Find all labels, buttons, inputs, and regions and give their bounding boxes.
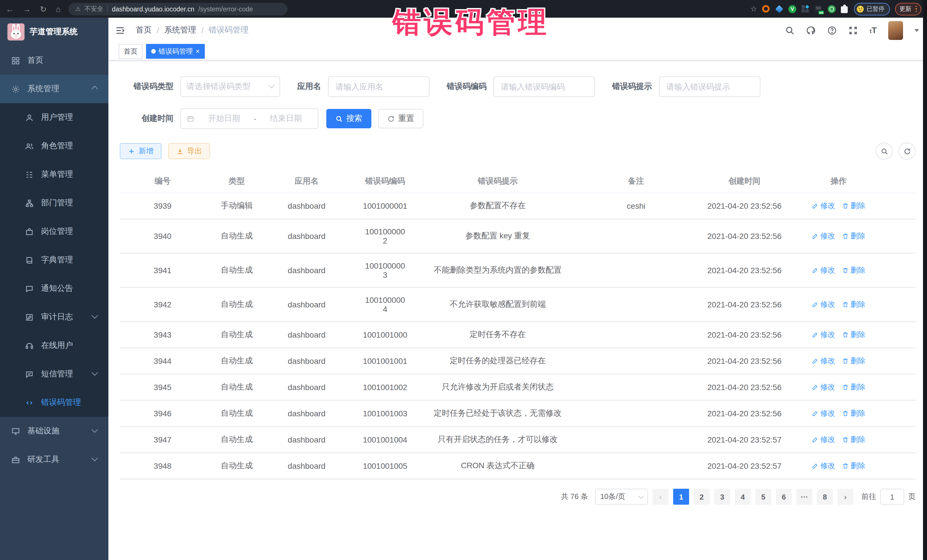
table-row: 3948自动生成dashboard1001001005CRON 表达式不正确20… bbox=[120, 453, 916, 479]
date-range-picker[interactable]: 开始日期 - 结束日期 bbox=[180, 108, 318, 129]
font-size-icon[interactable]: tT bbox=[870, 25, 877, 35]
date-end-placeholder: 结束日期 bbox=[260, 114, 312, 124]
delete-link[interactable]: 删除 bbox=[842, 329, 865, 340]
delete-link[interactable]: 删除 bbox=[842, 299, 865, 310]
edit-link[interactable]: 修改 bbox=[812, 461, 835, 471]
search-icon[interactable] bbox=[785, 25, 795, 35]
browser-forward-icon[interactable]: → bbox=[23, 4, 31, 14]
orange-ring-extension-icon[interactable] bbox=[762, 5, 770, 13]
page-button-6[interactable]: 6 bbox=[776, 489, 792, 505]
delete-link[interactable]: 删除 bbox=[842, 434, 865, 445]
sidebar-item-home[interactable]: 首页 bbox=[0, 46, 108, 75]
page-button-8[interactable]: 8 bbox=[817, 489, 833, 505]
green-key-extension-icon[interactable] bbox=[828, 5, 836, 13]
cell-type: 自动生成 bbox=[205, 287, 268, 322]
sidebar-item-menu[interactable]: 菜单管理 bbox=[0, 160, 108, 189]
page-size-select[interactable]: 10条/页 bbox=[595, 489, 648, 505]
browser-menu-icon[interactable] bbox=[915, 6, 917, 12]
address-bar[interactable]: ⚠ 不安全 dashboard.yudao.iocoder.cn/system/… bbox=[68, 3, 287, 15]
cell-msg: 不允许获取敏感配置到前端 bbox=[425, 287, 570, 322]
edit-link[interactable]: 修改 bbox=[812, 408, 835, 419]
refresh-table-button[interactable] bbox=[898, 143, 916, 160]
delete-link[interactable]: 删除 bbox=[842, 408, 865, 419]
page-button-3[interactable]: 3 bbox=[714, 489, 730, 505]
user-avatar[interactable] bbox=[888, 21, 903, 39]
breadcrumb-item-1[interactable]: 首页 bbox=[136, 25, 152, 35]
hamburger-icon[interactable] bbox=[108, 18, 131, 43]
add-button[interactable]: 新增 bbox=[120, 143, 161, 159]
sidebar-item-system[interactable]: 系统管理 bbox=[0, 75, 108, 103]
fullscreen-icon[interactable] bbox=[849, 25, 858, 35]
edit-link[interactable]: 修改 bbox=[812, 201, 835, 211]
avatar-caret-icon[interactable] bbox=[915, 29, 919, 32]
grid-extension-icon[interactable] bbox=[801, 5, 810, 13]
next-page-button[interactable]: › bbox=[837, 489, 853, 505]
search-button-label: 搜索 bbox=[346, 114, 362, 124]
delete-link[interactable]: 删除 bbox=[842, 356, 865, 366]
browser-back-icon[interactable]: ← bbox=[6, 4, 14, 14]
edit-link[interactable]: 修改 bbox=[812, 299, 835, 310]
sidebar-item-devtools[interactable]: 研发工具 bbox=[0, 445, 108, 474]
page-button-1[interactable]: 1 bbox=[673, 489, 689, 505]
sidebar-item-errcode[interactable]: 错误码管理 bbox=[0, 389, 108, 417]
extension-paused-badge[interactable]: 已暂停 bbox=[854, 3, 890, 15]
breadcrumb-item-2[interactable]: 系统管理 bbox=[164, 25, 196, 35]
sidebar-item-audit[interactable]: 审计日志 bbox=[0, 303, 108, 331]
browser-reload-icon[interactable]: ↻ bbox=[40, 4, 47, 14]
tag-active[interactable]: 错误码管理× bbox=[146, 44, 205, 59]
tag-item[interactable]: 首页 bbox=[119, 44, 143, 59]
page-button-2[interactable]: 2 bbox=[694, 489, 710, 505]
sidebar-item-role[interactable]: 角色管理 bbox=[0, 132, 108, 160]
prev-page-button[interactable]: ‹ bbox=[653, 489, 669, 505]
search-button[interactable]: 搜索 bbox=[326, 109, 371, 128]
edit-link[interactable]: 修改 bbox=[812, 382, 835, 392]
tag-close-icon[interactable]: × bbox=[196, 48, 200, 55]
browser-update-badge[interactable]: 更新 bbox=[895, 3, 921, 15]
github-icon[interactable] bbox=[806, 25, 816, 35]
page-button-5[interactable]: 5 bbox=[755, 489, 771, 505]
edit-link[interactable]: 修改 bbox=[812, 265, 835, 275]
bubble-icon bbox=[25, 284, 33, 293]
sidebar-item-sms[interactable]: 短信管理 bbox=[0, 360, 108, 389]
sidebar-item-online[interactable]: 在线用户 bbox=[0, 331, 108, 360]
browser-home-icon[interactable]: ⌂ bbox=[56, 4, 61, 14]
green-v-extension-icon[interactable]: V bbox=[789, 5, 796, 13]
export-button[interactable]: 导出 bbox=[168, 143, 210, 159]
delete-link[interactable]: 删除 bbox=[842, 201, 865, 211]
sidebar-item-dept[interactable]: 部门管理 bbox=[0, 189, 108, 217]
edit-link[interactable]: 修改 bbox=[812, 356, 835, 366]
on-badge-extension-icon[interactable]: on bbox=[815, 5, 823, 13]
error-msg-input[interactable] bbox=[659, 76, 760, 97]
delete-link[interactable]: 删除 bbox=[842, 265, 865, 275]
sidebar-item-post[interactable]: 岗位管理 bbox=[0, 217, 108, 246]
edit-link[interactable]: 修改 bbox=[812, 329, 835, 340]
cell-time: 2021-04-20 23:52:56 bbox=[702, 400, 787, 426]
help-icon[interactable] bbox=[827, 25, 837, 35]
sidebar-item-notice[interactable]: 通知公告 bbox=[0, 274, 108, 303]
cell-memo bbox=[570, 322, 702, 348]
delete-link[interactable]: 删除 bbox=[842, 382, 865, 392]
edit-link[interactable]: 修改 bbox=[812, 231, 835, 241]
reset-button[interactable]: 重置 bbox=[378, 109, 423, 128]
error-code-input[interactable] bbox=[494, 76, 595, 97]
page-more-button[interactable]: ··· bbox=[796, 489, 812, 505]
sidebar-item-user[interactable]: 用户管理 bbox=[0, 103, 108, 132]
edit-link[interactable]: 修改 bbox=[812, 434, 835, 445]
blue-gem-extension-icon[interactable] bbox=[775, 5, 783, 13]
app-logo[interactable]: 芋道管理系统 bbox=[0, 18, 108, 46]
error-type-select[interactable]: 请选择错误码类型 bbox=[180, 76, 280, 97]
cell-filler bbox=[890, 374, 916, 400]
puzzle-extension-icon[interactable] bbox=[841, 5, 849, 13]
sidebar-item-dict[interactable]: 字典管理 bbox=[0, 246, 108, 274]
delete-link[interactable]: 删除 bbox=[842, 461, 865, 471]
delete-link[interactable]: 删除 bbox=[842, 231, 865, 241]
goto-label: 前往 bbox=[862, 492, 876, 502]
bookmark-star-icon[interactable]: ☆ bbox=[751, 5, 757, 13]
sidebar-item-infra[interactable]: 基础设施 bbox=[0, 417, 108, 445]
window-scrollbar[interactable] bbox=[923, 0, 927, 560]
page-button-4[interactable]: 4 bbox=[735, 489, 751, 505]
chevron-down-icon bbox=[91, 455, 98, 461]
toggle-search-button[interactable] bbox=[876, 143, 893, 160]
app-name-input[interactable] bbox=[328, 76, 430, 97]
goto-page-input[interactable] bbox=[880, 489, 904, 505]
